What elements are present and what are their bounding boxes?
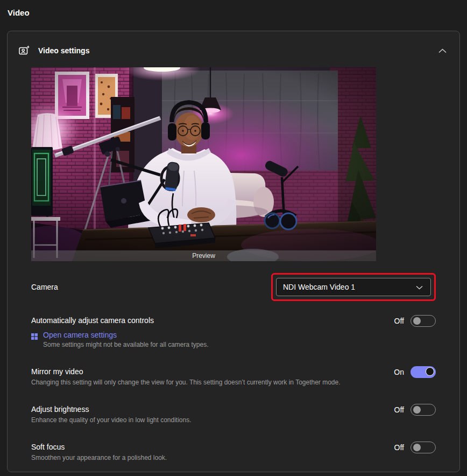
setting-title: Automatically adjust camera controls	[31, 316, 209, 325]
setting-row-mirror-video: Mirror my video Changing this setting wi…	[31, 367, 436, 387]
setting-title: Soft focus	[31, 443, 167, 452]
toggle-knob	[413, 406, 421, 414]
camera-dropdown-highlight: NDI Webcam Video 1	[271, 273, 436, 301]
toggle-state-label: Off	[394, 405, 404, 414]
preview-label-bar: Preview	[31, 250, 376, 261]
mirror-my-video-toggle[interactable]	[411, 366, 436, 378]
video-settings-header: Video settings	[8, 31, 459, 56]
toggle-knob	[413, 444, 421, 451]
page-title: Video	[0, 0, 467, 17]
toggle-knob	[413, 317, 421, 325]
camera-dropdown[interactable]: NDI Webcam Video 1	[276, 278, 431, 296]
setting-description: Some settings might not be available for…	[43, 341, 209, 349]
open-camera-settings-link[interactable]: Open camera settings	[43, 331, 117, 340]
windows-icon	[31, 332, 38, 339]
setting-description: Smoothen your appearance for a polished …	[31, 454, 167, 462]
preview-label: Preview	[192, 252, 215, 260]
setting-row-soft-focus: Soft focus Smoothen your appearance for …	[31, 443, 436, 462]
setting-row-adjust-brightness: Adjust brightness Enhance the quality of…	[31, 405, 436, 424]
camera-row: Camera NDI Webcam Video 1	[31, 274, 436, 300]
chevron-up-icon	[438, 47, 447, 55]
collapse-section-button[interactable]	[434, 45, 451, 57]
toggle-knob	[426, 367, 434, 376]
adjust-brightness-toggle[interactable]	[411, 404, 436, 416]
setting-title: Adjust brightness	[31, 405, 192, 414]
setting-row-auto-adjust: Automatically adjust camera controls Ope…	[31, 316, 436, 349]
camera-dropdown-value: NDI Webcam Video 1	[283, 283, 355, 291]
video-settings-card: Video settings	[7, 31, 460, 472]
video-preview-image	[31, 67, 376, 261]
video-settings-icon	[18, 45, 30, 57]
soft-focus-toggle[interactable]	[411, 442, 436, 453]
camera-label: Camera	[31, 283, 58, 291]
toggle-state-label: Off	[394, 443, 404, 452]
settings-list: Automatically adjust camera controls Ope…	[31, 316, 436, 462]
section-title: Video settings	[38, 46, 434, 55]
toggle-state-label: Off	[394, 317, 404, 325]
chevron-down-icon	[416, 283, 423, 291]
toggle-state-label: On	[394, 368, 404, 376]
camera-preview: Preview	[31, 67, 376, 261]
setting-description: Changing this setting will only change t…	[31, 379, 341, 387]
auto-adjust-camera-toggle[interactable]	[411, 315, 436, 327]
setting-title: Mirror my video	[31, 367, 341, 376]
setting-description: Enhance the quality of your video in low…	[31, 416, 192, 424]
